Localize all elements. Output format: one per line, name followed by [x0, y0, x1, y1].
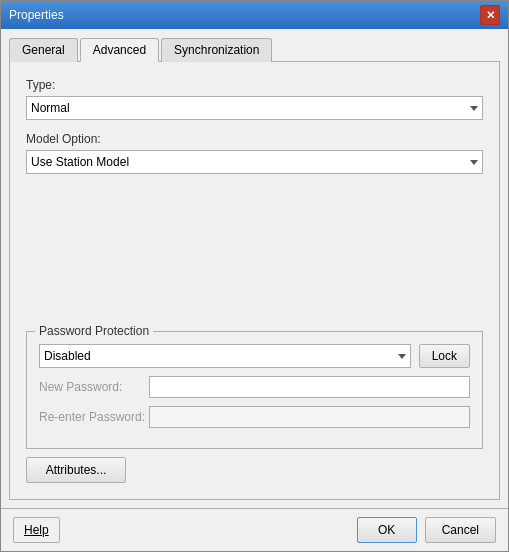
lock-button[interactable]: Lock	[419, 344, 470, 368]
new-password-label: New Password:	[39, 380, 149, 394]
dialog-title: Properties	[9, 8, 64, 22]
attributes-button[interactable]: Attributes...	[26, 457, 126, 483]
type-group: Type: Normal Master Slave	[26, 78, 483, 120]
re-enter-password-input[interactable]	[149, 406, 470, 428]
re-enter-password-label: Re-enter Password:	[39, 410, 149, 424]
footer-right: OK Cancel	[357, 517, 496, 543]
password-status-select[interactable]: Disabled Enabled	[39, 344, 411, 368]
footer-left: Help	[13, 517, 60, 543]
tab-general[interactable]: General	[9, 38, 78, 62]
model-option-group: Model Option: Use Station Model Custom M…	[26, 132, 483, 174]
password-status-row: Disabled Enabled Lock	[39, 344, 470, 368]
dialog-footer: Help OK Cancel	[1, 508, 508, 551]
password-section: Password Protection Disabled Enabled Loc…	[26, 331, 483, 449]
model-option-label: Model Option:	[26, 132, 483, 146]
close-button[interactable]: ✕	[480, 5, 500, 25]
tab-synchronization[interactable]: Synchronization	[161, 38, 272, 62]
tab-bar: General Advanced Synchronization	[9, 37, 500, 62]
new-password-input[interactable]	[149, 376, 470, 398]
password-select-wrapper: Disabled Enabled	[39, 344, 411, 368]
type-select[interactable]: Normal Master Slave	[26, 96, 483, 120]
cancel-button[interactable]: Cancel	[425, 517, 496, 543]
dialog-content: General Advanced Synchronization Type: N…	[1, 29, 508, 508]
new-password-row: New Password:	[39, 376, 470, 398]
password-section-legend: Password Protection	[35, 324, 153, 338]
re-enter-password-row: Re-enter Password:	[39, 406, 470, 428]
type-label: Type:	[26, 78, 483, 92]
title-bar: Properties ✕	[1, 1, 508, 29]
help-button[interactable]: Help	[13, 517, 60, 543]
tab-advanced[interactable]: Advanced	[80, 38, 159, 62]
model-option-select[interactable]: Use Station Model Custom Model	[26, 150, 483, 174]
ok-button[interactable]: OK	[357, 517, 417, 543]
properties-dialog: Properties ✕ General Advanced Synchroniz…	[0, 0, 509, 552]
tab-content-advanced: Type: Normal Master Slave Model Option: …	[9, 62, 500, 500]
